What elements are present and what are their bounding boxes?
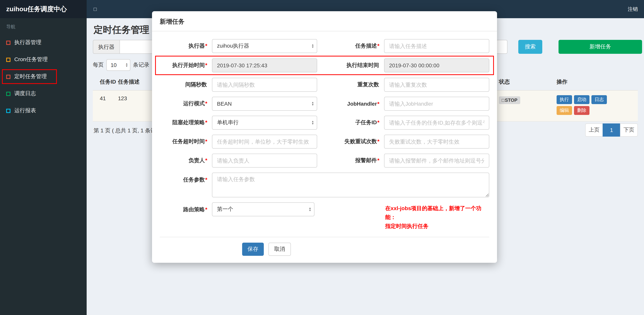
feature-note-line2: 指定时间执行任务: [385, 222, 489, 231]
repeat-count-label: 重复次数: [317, 81, 384, 88]
required-asterisk: *: [205, 138, 207, 144]
add-task-modal: 新增任务 执行器* zuihou执行器 ▲▼ 任务描述* 执行开始时间* 执行结…: [152, 11, 497, 263]
required-asterisk: *: [377, 119, 380, 125]
route-strategy-select[interactable]: 第一个 ▲▼: [212, 202, 314, 216]
run-mode-select-value: BEAN: [217, 101, 232, 107]
end-time-input[interactable]: [384, 59, 489, 72]
edit-button[interactable]: 编辑: [556, 106, 572, 115]
sidebar: 导航 执行器管理 Cron任务管理 定时任务管理 调度日志 运行报表: [0, 18, 87, 315]
sidebar-section-label: 导航: [0, 18, 87, 34]
square-icon: [6, 41, 10, 45]
sidebar-toggle-icon[interactable]: □: [94, 6, 97, 12]
required-asterisk: *: [205, 100, 207, 106]
route-strategy-select-value: 第一个: [217, 206, 233, 213]
interval-input[interactable]: [212, 78, 317, 92]
annotation-highlight-box: 执行开始时间* 执行结束时间: [155, 56, 494, 75]
job-handler-input[interactable]: [384, 97, 489, 111]
square-icon: [6, 58, 10, 62]
stop-square-icon: □: [502, 98, 504, 103]
sidebar-item-cron-task-manage[interactable]: Cron任务管理: [0, 51, 87, 68]
author-input[interactable]: [212, 154, 317, 168]
sidebar-item-executor-manage[interactable]: 执行器管理: [0, 34, 87, 51]
required-asterisk: *: [205, 62, 207, 68]
select-arrows-icon: ▲▼: [309, 207, 311, 212]
square-icon: [6, 109, 10, 113]
col-header-actions: 操作: [556, 79, 638, 86]
sidebar-item-label: 运行报表: [14, 107, 36, 114]
interval-label: 间隔秒数: [160, 81, 212, 88]
select-arrows-icon: ▲▼: [125, 63, 128, 67]
job-param-textarea[interactable]: [212, 173, 489, 197]
fail-retry-input[interactable]: [384, 135, 489, 149]
executor-select[interactable]: zuihou执行器 ▲▼: [212, 39, 317, 53]
form-row: 运行模式* BEAN ▲▼ JobHandler*: [160, 97, 489, 111]
run-button[interactable]: 执行: [556, 95, 572, 104]
timeout-label: 任务超时时间*: [160, 138, 212, 145]
form-row: 间隔秒数 重复次数: [160, 78, 489, 92]
alarm-email-label: 报警邮件*: [317, 157, 384, 164]
sidebar-item-timed-task-manage[interactable]: 定时任务管理: [0, 68, 87, 85]
end-time-label: 执行结束时间: [317, 62, 384, 69]
app-title: zuihou任务调度中心: [6, 5, 67, 14]
select-arrows-icon: ▲▼: [311, 101, 314, 106]
delete-button[interactable]: 删除: [574, 106, 590, 115]
square-icon: [6, 75, 10, 79]
per-page-select[interactable]: 10 ▲▼: [106, 59, 130, 71]
sidebar-item-run-report[interactable]: 运行报表: [0, 102, 87, 119]
cell-actions: 执行 启动 日志 编辑 删除: [556, 95, 638, 115]
status-text: STOP: [505, 98, 518, 103]
next-page-button[interactable]: 下页: [620, 123, 638, 137]
sidebar-item-label: 调度日志: [14, 90, 36, 97]
repeat-count-input[interactable]: [384, 78, 489, 92]
status-badge: □ STOP: [499, 96, 520, 104]
run-mode-label: 运行模式*: [160, 100, 212, 107]
modal-footer: 保存 取消: [160, 237, 489, 263]
required-asterisk: *: [377, 101, 380, 107]
modal-body: 执行器* zuihou执行器 ▲▼ 任务描述* 执行开始时间* 执行结束时间: [152, 31, 497, 231]
sidebar-item-dispatch-log[interactable]: 调度日志: [0, 85, 87, 102]
timeout-input[interactable]: [212, 135, 317, 149]
log-button[interactable]: 日志: [592, 95, 607, 104]
select-arrows-icon: ▲▼: [311, 120, 314, 125]
pagination: 上页 1 下页: [585, 123, 638, 137]
form-row: 任务超时时间* 失败重试次数*: [160, 135, 489, 149]
modal-title: 新增任务: [152, 11, 497, 31]
alarm-email-input[interactable]: [384, 154, 489, 168]
form-row: 执行开始时间* 执行结束时间: [160, 59, 489, 72]
col-header-status: 状态: [499, 79, 556, 86]
add-task-button[interactable]: 新增任务: [558, 40, 642, 54]
job-desc-input[interactable]: [384, 39, 489, 53]
square-icon: [6, 92, 10, 96]
start-time-input[interactable]: [212, 59, 317, 72]
child-job-id-label: 子任务ID*: [317, 119, 384, 126]
app-root: zuihou任务调度中心 □ 注销 导航 执行器管理 Cron任务管理 定时任务…: [0, 0, 644, 315]
search-button[interactable]: 搜索: [518, 40, 542, 54]
page-title: 定时任务管理: [94, 24, 149, 36]
job-desc-label: 任务描述*: [317, 43, 384, 50]
start-button[interactable]: 启动: [574, 95, 590, 104]
required-asterisk: *: [205, 157, 207, 163]
save-button[interactable]: 保存: [242, 243, 264, 256]
run-mode-select[interactable]: BEAN ▲▼: [212, 97, 317, 111]
cancel-button[interactable]: 取消: [268, 243, 291, 256]
sidebar-item-label: Cron任务管理: [14, 56, 48, 63]
logout-link[interactable]: 注销: [628, 6, 638, 13]
form-row: 执行器* zuihou执行器 ▲▼ 任务描述*: [160, 39, 489, 53]
child-job-id-input[interactable]: [384, 116, 489, 130]
action-buttons: 执行 启动 日志 编辑 删除: [556, 95, 611, 115]
fail-retry-label: 失败重试次数*: [317, 138, 384, 145]
per-page-prefix: 每页: [93, 62, 104, 69]
feature-note: 在xxl-jobs项目的基础上，新增了一个功能： 指定时间执行任务: [385, 204, 489, 231]
executor-label: 执行器*: [160, 43, 212, 50]
executor-select-value: zuihou执行器: [217, 43, 249, 50]
required-asterisk: *: [205, 43, 207, 49]
prev-page-button[interactable]: 上页: [585, 123, 603, 137]
block-strategy-select[interactable]: 单机串行 ▲▼: [212, 116, 317, 130]
sidebar-item-label: 定时任务管理: [14, 73, 47, 80]
page-1-button[interactable]: 1: [602, 123, 620, 137]
app-logo[interactable]: zuihou任务调度中心: [0, 0, 87, 18]
per-page-suffix: 条记录: [133, 62, 149, 69]
required-asterisk: *: [205, 176, 207, 183]
route-strategy-label: 路由策略*: [160, 202, 212, 216]
per-page-value: 10: [110, 62, 116, 68]
